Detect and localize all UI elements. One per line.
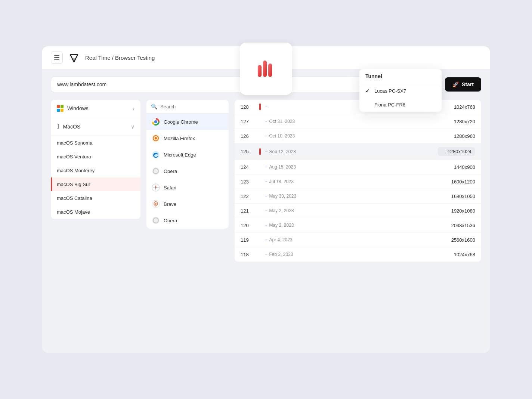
browser-item-brave[interactable]: Brave bbox=[146, 196, 229, 212]
lambda-logo bbox=[251, 54, 281, 84]
version-121-num: 121 bbox=[241, 208, 259, 214]
svg-rect-1 bbox=[263, 61, 267, 77]
main-container: Real Time / Browser Testing Tunnel: Inac… bbox=[42, 46, 490, 353]
version-118-res: 1024x768 bbox=[438, 252, 475, 257]
version-128-num: 128 bbox=[241, 104, 259, 110]
macos-monterey[interactable]: macOS Monterey bbox=[51, 164, 140, 177]
header-title: Real Time / Browser Testing bbox=[85, 55, 155, 61]
opera-icon bbox=[152, 167, 160, 175]
version-125-num: 125 bbox=[241, 149, 259, 154]
version-121-res: 1920x1080 bbox=[438, 208, 475, 214]
version-127-date: Oct 31, 2023 bbox=[265, 118, 438, 125]
safari-icon bbox=[152, 183, 160, 192]
version-121-date: May 2, 2023 bbox=[265, 207, 438, 214]
svg-point-5 bbox=[155, 121, 157, 123]
browser-item-safari[interactable]: Safari bbox=[146, 179, 229, 196]
opera-label: Opera bbox=[164, 168, 177, 174]
version-119-res: 2560x1600 bbox=[438, 237, 475, 243]
os-item-macos[interactable]:  MacOS ∨ bbox=[51, 117, 140, 136]
macos-ventura[interactable]: macOS Ventura bbox=[51, 150, 140, 164]
os-panel: Windows ›  MacOS ∨ macOS Sonoma macOS V… bbox=[51, 100, 140, 219]
version-118-num: 118 bbox=[241, 252, 259, 257]
opera2-label: Opera bbox=[164, 218, 177, 223]
version-126-date: Oct 10, 2023 bbox=[265, 133, 438, 139]
search-icon: 🔍 bbox=[151, 103, 157, 109]
version-119-num: 119 bbox=[241, 237, 259, 243]
chrome-icon bbox=[152, 118, 160, 126]
version-124-res: 1440x900 bbox=[438, 164, 475, 170]
browser-panel: 🔍 bbox=[146, 100, 229, 229]
content-area: Windows ›  MacOS ∨ macOS Sonoma macOS V… bbox=[42, 100, 490, 271]
version-123-res: 1600x1200 bbox=[438, 179, 475, 185]
version-123-num: 123 bbox=[241, 179, 259, 185]
browser-item-chrome[interactable]: Google Chrome bbox=[146, 114, 229, 130]
version-row-128[interactable]: 128 1024x768 bbox=[235, 100, 481, 114]
version-row-118[interactable]: 118 Feb 2, 2023 1024x768 bbox=[235, 247, 481, 262]
browser-search-input[interactable] bbox=[160, 104, 224, 109]
version-row-127[interactable]: 127 Oct 31, 2023 1280x720 bbox=[235, 114, 481, 129]
svg-rect-0 bbox=[258, 65, 262, 77]
version-row-126[interactable]: 126 Oct 10, 2023 1280x960 bbox=[235, 129, 481, 143]
version-row-122[interactable]: 122 May 30, 2023 1680x1050 bbox=[235, 189, 481, 204]
chevron-right-icon: › bbox=[133, 105, 134, 111]
browser-item-firefox[interactable]: Mozilla Firefox bbox=[146, 130, 229, 146]
version-row-124[interactable]: 124 Aug 15, 2023 1440x900 bbox=[235, 160, 481, 174]
version-120-date: May 2, 2023 bbox=[265, 222, 438, 229]
version-118-date: Feb 2, 2023 bbox=[265, 251, 438, 258]
tunnel-option-lucas-label: Lucas PC-SX7 bbox=[374, 88, 406, 94]
browser-item-edge[interactable]: Microsoft Edge bbox=[146, 146, 229, 163]
version-122-date: May 30, 2023 bbox=[265, 193, 438, 200]
version-row-123[interactable]: 123 Jul 18, 2023 1600x1200 bbox=[235, 174, 481, 189]
version-123-date: Jul 18, 2023 bbox=[265, 178, 438, 185]
start-button[interactable]: 🚀 Start bbox=[445, 77, 481, 92]
version-row-120[interactable]: 120 May 2, 2023 2048x1536 bbox=[235, 218, 481, 233]
macos-mojave[interactable]: macOS Mojave bbox=[51, 205, 140, 219]
version-125-indicator bbox=[259, 148, 261, 155]
os-item-windows[interactable]: Windows › bbox=[51, 100, 140, 117]
url-input[interactable] bbox=[51, 77, 369, 92]
version-row-121[interactable]: 121 May 2, 2023 1920x1080 bbox=[235, 204, 481, 218]
rocket-icon: 🚀 bbox=[452, 81, 459, 87]
version-128-indicator bbox=[259, 103, 261, 110]
browser-item-opera2[interactable]: Opera bbox=[146, 212, 229, 229]
os-windows-label: Windows bbox=[67, 105, 89, 111]
version-122-num: 122 bbox=[241, 194, 259, 199]
firefox-icon bbox=[152, 134, 160, 142]
hamburger-button[interactable] bbox=[51, 52, 63, 64]
version-125-date: Sep 12, 2023 bbox=[265, 148, 438, 155]
version-126-res: 1280x960 bbox=[438, 133, 475, 139]
browser-search-box: 🔍 bbox=[146, 100, 229, 114]
versions-panel: 128 1024x768 127 Oct 31, 2023 1280x720 1… bbox=[235, 100, 481, 262]
tunnel-option-fiona[interactable]: Fiona PC-FR6 bbox=[359, 98, 442, 112]
version-126-num: 126 bbox=[241, 133, 259, 139]
browser-item-opera[interactable]: Opera bbox=[146, 163, 229, 179]
svg-point-18 bbox=[155, 203, 157, 205]
macos-big-sur[interactable]: macOS Big Sur bbox=[51, 177, 140, 191]
safari-label: Safari bbox=[164, 185, 176, 191]
version-127-num: 127 bbox=[241, 119, 259, 124]
edge-label: Microsoft Edge bbox=[164, 152, 196, 158]
windows-icon bbox=[57, 105, 64, 112]
brave-icon bbox=[152, 200, 160, 208]
apple-icon:  bbox=[57, 123, 59, 130]
opera2-icon bbox=[152, 216, 160, 225]
version-119-date: Apr 4, 2023 bbox=[265, 236, 438, 243]
tunnel-option-lucas[interactable]: ✓ Lucas PC-SX7 bbox=[359, 84, 442, 98]
header-logo-icon bbox=[68, 52, 80, 64]
version-127-res: 1280x720 bbox=[438, 119, 475, 124]
version-row-119[interactable]: 119 Apr 4, 2023 2560x1600 bbox=[235, 233, 481, 247]
chrome-label: Google Chrome bbox=[164, 119, 198, 125]
brave-label: Brave bbox=[164, 201, 176, 207]
tunnel-option-fiona-label: Fiona PC-FR6 bbox=[374, 102, 405, 108]
macos-sonoma[interactable]: macOS Sonoma bbox=[51, 136, 140, 150]
tunnel-popup-title: Tunnel bbox=[359, 69, 442, 84]
version-124-date: Aug 15, 2023 bbox=[265, 164, 438, 170]
version-row-125[interactable]: 125 Sep 12, 2023 1280x1024 bbox=[235, 143, 481, 160]
chevron-down-icon: ∨ bbox=[131, 124, 134, 130]
svg-rect-2 bbox=[268, 64, 272, 77]
tunnel-popup: Tunnel ✓ Lucas PC-SX7 Fiona PC-FR6 bbox=[359, 69, 442, 112]
version-120-res: 2048x1536 bbox=[438, 223, 475, 228]
macos-catalina[interactable]: macOS Catalina bbox=[51, 191, 140, 205]
version-128-res: 1024x768 bbox=[438, 104, 475, 110]
logo-popup bbox=[240, 43, 292, 95]
